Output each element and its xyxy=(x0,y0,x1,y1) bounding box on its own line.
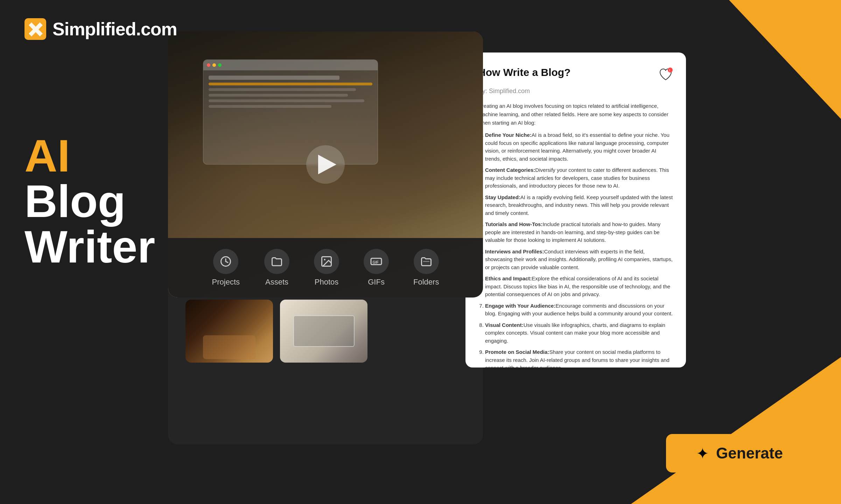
generate-button[interactable]: ✦ Generate xyxy=(666,434,813,472)
play-button[interactable] xyxy=(306,145,345,184)
play-icon xyxy=(318,155,336,174)
blog-panel-header: How Write a Blog? ! xyxy=(478,66,673,82)
svg-point-3 xyxy=(324,259,326,261)
gifs-label: GIFs xyxy=(368,278,385,287)
svg-text:GIF: GIF xyxy=(373,260,379,264)
header: Simplified.com xyxy=(24,18,177,40)
photos-icon-item[interactable]: Photos xyxy=(314,249,339,287)
blog-content: Creating an AI blog involves focusing on… xyxy=(478,102,673,368)
blog-list-item-6: Ethics and Impact:Explore the ethical co… xyxy=(485,275,673,299)
blog-list-item-2: Content Categories:Diversify your conten… xyxy=(485,166,673,190)
logo-icon xyxy=(24,18,46,40)
gifs-icon-circle: GIF xyxy=(364,249,389,274)
icons-bar: Projects Assets Photos xyxy=(168,238,483,298)
blog-list-item-9: Promote on Social Media:Share your conte… xyxy=(485,348,673,368)
projects-icon-item[interactable]: Projects xyxy=(212,249,240,287)
svg-point-8 xyxy=(668,68,673,72)
main-ui: Projects Assets Photos xyxy=(168,31,686,472)
blog-list-item-4: Tutorials and How-Tos:Include practical … xyxy=(485,220,673,244)
thumbnails-container xyxy=(185,300,465,363)
hero-line3: Writer xyxy=(24,224,155,270)
projects-icon-circle xyxy=(213,249,238,274)
logo-text: Simplified.com xyxy=(52,19,177,40)
blog-list-item-8: Visual Content:Use visuals like infograp… xyxy=(485,321,673,345)
blog-list-item-5: Interviews and Profiles:Conduct intervie… xyxy=(485,248,673,272)
blog-list-item-3: Stay Updated:AI is a rapidly evolving fi… xyxy=(485,194,673,217)
blog-list: Define Your Niche:AI is a broad field, s… xyxy=(478,131,673,368)
photos-icon-circle xyxy=(314,249,339,274)
folders-icon-item[interactable]: Folders xyxy=(413,249,439,287)
projects-label: Projects xyxy=(212,278,240,287)
gifs-icon-item[interactable]: GIF GIFs xyxy=(364,249,389,287)
assets-icon-item[interactable]: Assets xyxy=(264,249,289,287)
clock-icon xyxy=(219,255,232,268)
heart-button[interactable]: ! xyxy=(658,66,673,82)
blog-list-item-1: Define Your Niche:AI is a broad field, s… xyxy=(485,131,673,163)
svg-text:!: ! xyxy=(669,69,670,72)
photos-label: Photos xyxy=(315,278,339,287)
folders-icon-circle xyxy=(414,249,439,274)
assets-label: Assets xyxy=(265,278,288,287)
hero-text: AI Blog Writer xyxy=(24,133,155,270)
folder2-icon xyxy=(420,255,433,268)
folders-label: Folders xyxy=(413,278,439,287)
blog-panel: How Write a Blog? ! By: Simplified.com C… xyxy=(465,52,686,368)
blog-intro: Creating an AI blog involves focusing on… xyxy=(478,102,673,127)
wand-icon: ✦ xyxy=(696,444,709,462)
video-panel: Projects Assets Photos xyxy=(168,31,483,298)
assets-icon-circle xyxy=(264,249,289,274)
assets-folder-icon xyxy=(271,255,283,268)
thumbnail-1[interactable] xyxy=(185,300,273,363)
blog-author: By: Simplified.com xyxy=(478,88,673,95)
corner-decoration-top xyxy=(729,0,841,119)
gif-icon: GIF xyxy=(370,255,383,268)
thumbnail-2[interactable] xyxy=(280,300,367,363)
hero-line2: Blog xyxy=(24,178,155,224)
generate-label: Generate xyxy=(716,444,783,462)
image-icon xyxy=(320,255,333,268)
video-screen-content xyxy=(203,59,378,164)
blog-list-item-7: Engage with Your Audience:Encourage comm… xyxy=(485,302,673,318)
hero-line1: AI xyxy=(24,133,155,178)
blog-title: How Write a Blog? xyxy=(478,66,658,78)
